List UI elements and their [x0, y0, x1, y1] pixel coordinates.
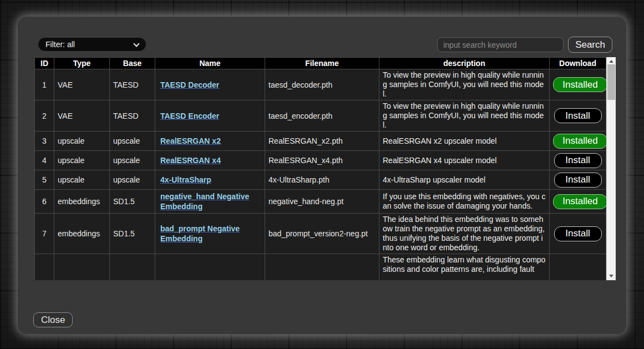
cell-description: To view the preview in high quality whil… [379, 100, 550, 131]
model-name-link[interactable]: RealESRGAN x2 [160, 136, 221, 145]
filter-select[interactable]: Filter: all [38, 37, 146, 52]
cell-id: 4 [35, 151, 54, 170]
cell-base: upscale [110, 170, 155, 190]
cell-download: Install [550, 170, 606, 190]
model-name-link[interactable]: TAESD Decoder [160, 80, 219, 89]
cell-id: 3 [35, 131, 54, 151]
cell-filename: taesd_encoder.pth [265, 100, 379, 131]
cell-download: Installed [550, 190, 606, 214]
cell-download: Install [550, 151, 606, 170]
header-description: description [379, 58, 550, 69]
cell-description: If you use this embedding with negatives… [379, 190, 550, 214]
filter-select-wrap: Filter: all [38, 37, 146, 52]
search-group: Search [437, 37, 612, 53]
cell-type: VAE [54, 100, 110, 131]
cell-download: Install [550, 214, 606, 254]
cell-base: upscale [110, 151, 155, 170]
table-scrollbar[interactable] [606, 57, 616, 280]
model-table-zone: ID Type Base Name Filename description D… [34, 57, 616, 280]
install-button[interactable]: Installed [553, 194, 606, 209]
header-download: Download [550, 58, 606, 69]
cell-id: 5 [35, 170, 54, 190]
table-row: These embedding learn what disgusting co… [35, 254, 606, 281]
header-id: ID [35, 58, 54, 69]
cell-description: To view the preview in high quality whil… [379, 69, 550, 100]
install-button[interactable]: Installed [553, 77, 606, 92]
cell-base: SD1.5 [110, 214, 155, 254]
cell-description: 4x-UltraSharp upscaler model [379, 170, 550, 190]
model-name-link[interactable]: 4x-UltraSharp [160, 175, 211, 184]
cell-description: RealESRGAN x2 upscaler model [379, 131, 550, 151]
table-row: 5 upscale upscale 4x-UltraSharp 4x-Ultra… [35, 170, 606, 190]
header-type: Type [54, 58, 110, 69]
cell-base: TAESD [110, 69, 155, 100]
model-name-link[interactable]: TAESD Encoder [160, 112, 219, 120]
cell-name: 4x-UltraSharp [155, 170, 265, 190]
table-row: 3 upscale upscale RealESRGAN x2 RealESRG… [35, 131, 606, 151]
scrollbar-up-arrow-icon[interactable] [609, 60, 613, 63]
cell-download: Installed [550, 131, 606, 151]
model-name-link[interactable]: negative_hand Negative Embedding [160, 192, 249, 211]
cell-description: These embedding learn what disgusting co… [379, 254, 550, 281]
table-row: 6 embeddings SD1.5 negative_hand Negativ… [35, 190, 606, 214]
model-name-link[interactable]: bad_prompt Negative Embedding [160, 224, 240, 243]
cell-base [110, 254, 155, 281]
scrollbar-down-arrow-icon[interactable] [609, 275, 613, 277]
table-row: 2 VAE TAESD TAESD Encoder taesd_encoder.… [35, 100, 606, 131]
cell-name: negative_hand Negative Embedding [155, 190, 265, 214]
cell-filename [265, 254, 379, 281]
install-button[interactable]: Install [554, 226, 602, 241]
cell-id: 1 [35, 69, 54, 100]
cell-filename: bad_prompt_version2-neg.pt [265, 214, 379, 254]
app-background: Filter: all Search ID [0, 0, 644, 349]
cell-base: upscale [110, 131, 155, 151]
cell-description: The idea behind this embedding was to so… [379, 214, 550, 254]
search-button[interactable]: Search [568, 37, 612, 53]
table-header-row: ID Type Base Name Filename description D… [35, 58, 606, 69]
cell-filename: 4x-UltraSharp.pth [265, 170, 379, 190]
install-button[interactable]: Install [554, 108, 602, 123]
install-button[interactable]: Install [554, 173, 602, 188]
cell-type: upscale [54, 170, 110, 190]
cell-name: TAESD Decoder [155, 69, 265, 100]
cell-id: 6 [35, 190, 54, 214]
cell-description: RealESRGAN x4 upscaler model [379, 151, 550, 170]
cell-type [54, 254, 110, 281]
table-body: 1 VAE TAESD TAESD Decoder taesd_decoder.… [35, 69, 606, 281]
cell-filename: RealESRGAN_x2.pth [265, 131, 379, 151]
model-manager-dialog: Filter: all Search ID [18, 17, 626, 334]
install-button[interactable]: Install [554, 153, 602, 168]
table-row: 7 embeddings SD1.5 bad_prompt Negative E… [35, 214, 606, 254]
cell-download: Installed [550, 69, 606, 100]
cell-type: upscale [54, 151, 110, 170]
cell-type: embeddings [54, 214, 110, 254]
model-table-container: ID Type Base Name Filename description D… [34, 57, 606, 280]
search-input[interactable] [437, 37, 564, 52]
close-button[interactable]: Close [33, 312, 73, 327]
cell-base: TAESD [110, 100, 155, 131]
cell-download: Install [550, 100, 606, 131]
cell-download [550, 254, 606, 281]
install-button[interactable]: Installed [553, 134, 606, 149]
cell-type: embeddings [54, 190, 110, 214]
cell-id: 7 [35, 214, 54, 254]
cell-filename: RealESRGAN_x4.pth [265, 151, 379, 170]
table-row: 4 upscale upscale RealESRGAN x4 RealESRG… [35, 151, 606, 170]
cell-name: RealESRGAN x4 [155, 151, 265, 170]
cell-name: bad_prompt Negative Embedding [155, 214, 265, 254]
scrollbar-thumb[interactable] [607, 64, 615, 100]
table-row: 1 VAE TAESD TAESD Decoder taesd_decoder.… [35, 69, 606, 100]
cell-name: TAESD Encoder [155, 100, 265, 131]
model-table: ID Type Base Name Filename description D… [34, 57, 606, 280]
cell-name: RealESRGAN x2 [155, 131, 265, 151]
cell-type: VAE [54, 69, 110, 100]
cell-id: 2 [35, 100, 54, 131]
cell-filename: negative_hand-neg.pt [265, 190, 379, 214]
header-base: Base [110, 58, 155, 69]
cell-id [35, 254, 54, 281]
cell-type: upscale [54, 131, 110, 151]
header-filename: Filename [265, 58, 379, 69]
model-name-link[interactable]: RealESRGAN x4 [160, 156, 221, 165]
cell-name [155, 254, 265, 281]
cell-filename: taesd_decoder.pth [265, 69, 379, 100]
